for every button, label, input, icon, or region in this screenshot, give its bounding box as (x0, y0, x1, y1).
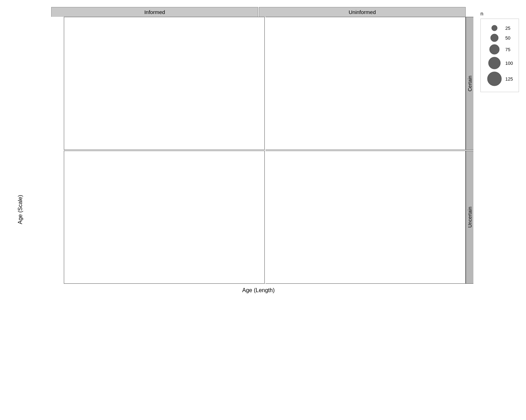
y-axis-label: Age (Scale) (17, 195, 23, 224)
svg-point-39 (277, 98, 279, 100)
svg-text:3+: 3+ (459, 140, 464, 145)
svg-point-106 (338, 155, 341, 158)
svg-point-99 (336, 191, 343, 198)
legend-item-125: 125 (486, 71, 514, 86)
svg-text:2: 2 (73, 58, 75, 63)
svg-point-73 (137, 231, 141, 235)
svg-point-48 (338, 75, 341, 78)
legend-label-50: 50 (505, 35, 510, 41)
svg-text:1: 1 (73, 97, 75, 102)
svg-point-75 (198, 232, 201, 234)
panel-uninformed-uncertain: 0123+0123+ (265, 151, 466, 284)
svg-point-49 (338, 79, 340, 81)
col-header-informed: Informed (51, 7, 258, 17)
svg-point-120 (490, 44, 499, 54)
svg-text:2: 2 (198, 274, 201, 278)
svg-text:3+: 3+ (258, 140, 263, 145)
svg-point-43 (338, 36, 341, 39)
panel-informed-uncertain: 0123+0123+ (64, 151, 265, 284)
svg-point-45 (337, 51, 342, 55)
legend-item-75: 75 (486, 44, 514, 55)
svg-text:2: 2 (198, 140, 201, 145)
svg-text:1: 1 (137, 140, 140, 145)
svg-text:1: 1 (137, 274, 140, 278)
svg-point-100 (339, 213, 341, 215)
svg-text:3+: 3+ (272, 154, 277, 159)
svg-text:0: 0 (76, 274, 79, 278)
svg-text:1: 1 (274, 230, 277, 235)
svg-point-17 (198, 60, 201, 62)
svg-text:0: 0 (274, 135, 277, 140)
svg-point-77 (198, 155, 201, 157)
svg-point-50 (400, 41, 402, 43)
legend-label-25: 25 (505, 26, 510, 31)
svg-point-113 (399, 173, 403, 177)
svg-text:2: 2 (274, 192, 277, 197)
row-strip-certain: Certain (466, 17, 473, 150)
svg-point-40 (277, 88, 279, 90)
svg-point-103 (338, 185, 342, 189)
svg-point-16 (136, 97, 141, 101)
svg-point-119 (491, 34, 498, 42)
svg-point-38 (277, 117, 279, 119)
legend-label-100: 100 (505, 61, 513, 66)
svg-point-44 (338, 44, 342, 47)
svg-text:1: 1 (338, 274, 341, 278)
svg-text:2: 2 (274, 58, 277, 63)
panel-informed-certain: 0123+0123+ (64, 17, 265, 150)
panel-uninformed-certain: 0123+0123+ (265, 17, 466, 150)
row-strip-uncertain: Uncertain (466, 151, 473, 284)
svg-text:3+: 3+ (272, 20, 277, 25)
svg-point-121 (488, 57, 500, 69)
svg-text:0: 0 (274, 269, 277, 274)
legend-label-125: 125 (505, 76, 513, 82)
svg-text:1: 1 (73, 230, 75, 235)
legend-box: 25 50 75 100 125 (480, 19, 519, 92)
svg-point-18 (198, 21, 201, 23)
svg-point-118 (492, 25, 497, 31)
svg-text:3+: 3+ (70, 154, 75, 159)
svg-text:0: 0 (73, 135, 75, 140)
svg-text:0: 0 (76, 140, 79, 145)
svg-point-105 (338, 163, 340, 165)
svg-text:2: 2 (399, 274, 402, 278)
svg-point-76 (198, 193, 201, 196)
col-header-uninformed: Uninformed (259, 7, 466, 17)
legend-item-100: 100 (486, 57, 514, 69)
svg-text:0: 0 (277, 274, 280, 278)
x-axis-label: Age (Length) (51, 287, 466, 294)
svg-point-46 (334, 55, 345, 67)
svg-point-122 (487, 72, 501, 86)
svg-point-74 (137, 155, 140, 157)
svg-point-97 (277, 232, 279, 234)
svg-point-42 (339, 29, 341, 31)
chart-container: Age (Scale) Informed Uninformed (0, 0, 526, 420)
svg-text:3+: 3+ (70, 20, 75, 25)
svg-point-41 (339, 21, 341, 23)
svg-text:1: 1 (274, 97, 277, 102)
svg-point-98 (277, 222, 279, 224)
legend-title: n (480, 11, 519, 16)
svg-point-111 (400, 201, 402, 203)
svg-point-102 (338, 201, 340, 203)
svg-point-110 (400, 193, 402, 195)
svg-point-47 (338, 67, 342, 70)
svg-text:3+: 3+ (459, 274, 464, 278)
svg-point-51 (400, 29, 402, 31)
legend-item-50: 50 (486, 34, 514, 42)
svg-point-53 (454, 17, 465, 30)
svg-point-101 (339, 222, 341, 224)
svg-text:0: 0 (73, 269, 75, 274)
svg-point-117 (461, 163, 463, 165)
svg-text:2: 2 (399, 140, 402, 145)
svg-text:0: 0 (277, 140, 280, 145)
legend-area: n 25 50 75 100 125 (473, 7, 522, 120)
svg-point-104 (338, 174, 341, 177)
svg-text:3+: 3+ (258, 274, 263, 278)
svg-text:2: 2 (73, 192, 75, 197)
svg-point-112 (399, 186, 402, 188)
svg-text:1: 1 (338, 140, 341, 145)
legend-item-25: 25 (486, 25, 514, 32)
svg-point-56 (461, 60, 463, 62)
svg-point-52 (399, 21, 402, 24)
